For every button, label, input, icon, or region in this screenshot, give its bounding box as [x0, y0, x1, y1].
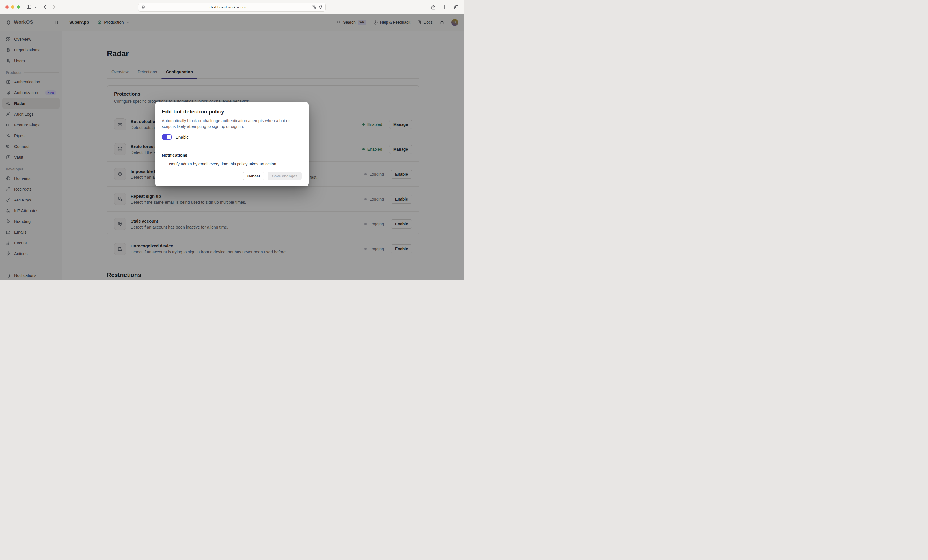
notify-admin-label: Notify admin by email every time this po…: [169, 162, 277, 166]
browser-back-icon[interactable]: [43, 5, 47, 10]
modal-divider: [162, 147, 302, 147]
translate-icon[interactable]: [311, 5, 316, 10]
share-icon[interactable]: [430, 5, 436, 10]
reload-icon[interactable]: [318, 5, 323, 9]
new-tab-icon[interactable]: [442, 5, 447, 10]
minimize-window-button[interactable]: [11, 5, 14, 9]
screen: dashboard.workos.com: [0, 0, 464, 280]
notifications-heading: Notifications: [162, 153, 302, 157]
enable-toggle[interactable]: [162, 134, 172, 140]
zoom-window-button[interactable]: [17, 5, 20, 9]
reader-view-icon[interactable]: [141, 5, 146, 10]
close-window-button[interactable]: [5, 5, 9, 9]
chevron-down-icon[interactable]: [34, 6, 37, 9]
window-controls: [5, 5, 20, 9]
enable-toggle-label: Enable: [176, 134, 189, 139]
browser-chrome: dashboard.workos.com: [0, 0, 464, 14]
cancel-button[interactable]: Cancel: [243, 172, 264, 180]
tab-overview-icon[interactable]: [453, 5, 459, 10]
modal-description: Automatically block or challenge authent…: [162, 118, 292, 129]
url-text[interactable]: dashboard.workos.com: [146, 5, 311, 9]
save-changes-button[interactable]: Save changes: [268, 172, 302, 180]
browser-forward-icon[interactable]: [52, 5, 56, 10]
modal-title: Edit bot detection policy: [162, 108, 302, 115]
browser-sidebar-icon[interactable]: [26, 4, 32, 10]
address-bar[interactable]: dashboard.workos.com: [138, 3, 326, 12]
toggle-knob: [166, 134, 171, 139]
edit-bot-detection-modal: Edit bot detection policy Automatically …: [155, 102, 309, 186]
notify-admin-checkbox[interactable]: [162, 162, 166, 166]
